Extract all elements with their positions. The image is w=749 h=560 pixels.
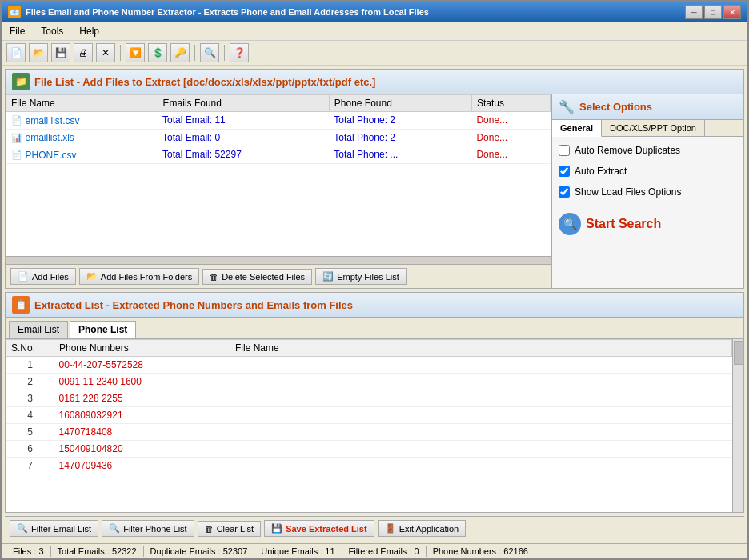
toolbar-print[interactable]: 🖨: [74, 43, 93, 62]
toolbar-separator-3: [224, 45, 225, 61]
table-row[interactable]: 📊 emaillist.xls Total Email: 0 Total Pho…: [6, 129, 551, 146]
horizontal-scrollbar[interactable]: [6, 256, 551, 264]
xls-icon: 📊: [11, 133, 22, 143]
option-auto-remove-duplicates: Auto Remove Duplicates: [559, 145, 737, 156]
table-row[interactable]: 3 0161 228 2255: [6, 390, 732, 407]
tab-email-list[interactable]: Email List: [9, 321, 68, 338]
file-name-cell: 📊 emaillist.xls: [6, 129, 158, 146]
tab-phone-list[interactable]: Phone List: [70, 321, 136, 338]
toolbar-key[interactable]: 🔑: [170, 43, 190, 62]
col-filename: File Name: [6, 95, 158, 112]
auto-extract-checkbox[interactable]: [559, 166, 570, 177]
file-table: File Name Emails Found Phone Found Statu…: [6, 94, 551, 164]
toolbar-new[interactable]: 📄: [6, 43, 26, 62]
search-icon: 🔍: [559, 213, 581, 235]
table-row[interactable]: 📄 email list.csv Total Email: 11 Total P…: [6, 112, 551, 130]
file-icon: 📄 PHONE.csv: [11, 150, 77, 161]
toolbar-help[interactable]: ❓: [230, 43, 249, 62]
file-section-header: 📁 File List - Add Files to Extract [doc/…: [6, 70, 743, 94]
extracted-section-header: 📋 Extracted List - Extracted Phone Numbe…: [6, 293, 743, 318]
toolbar-filter[interactable]: 🔽: [126, 43, 145, 62]
start-search-button[interactable]: 🔍 Start Search: [559, 213, 661, 235]
show-load-files-label: Show Load Files Options: [575, 186, 681, 198]
status-bar: Files : 3 Total Emails : 52322 Duplicate…: [2, 543, 747, 558]
extracted-section: 📋 Extracted List - Extracted Phone Numbe…: [5, 292, 744, 513]
file-name: [230, 424, 732, 441]
save-extracted-button[interactable]: 💾 Save Extracted List: [264, 520, 374, 537]
add-files-button[interactable]: 📄 Add Files: [10, 268, 76, 285]
empty-icon: 🔄: [322, 271, 334, 282]
phone-number: 0161 228 2255: [54, 390, 230, 407]
row-num: 4: [6, 407, 54, 424]
table-row[interactable]: 4 160809032921: [6, 407, 732, 424]
menu-help[interactable]: Help: [74, 24, 104, 38]
vertical-scrollbar[interactable]: [732, 339, 743, 512]
tab-doc-xls-ppt[interactable]: DOC/XLS/PPT Option: [602, 120, 705, 136]
table-row[interactable]: 📄 PHONE.csv Total Email: 52297 Total Pho…: [6, 146, 551, 164]
title-bar: 📧 Files Email and Phone Number Extractor…: [2, 2, 747, 22]
file-icon: 📊 emaillist.xls: [11, 132, 74, 143]
csv-icon: 📄: [11, 150, 22, 160]
phones-found-cell: Total Phone: 2: [329, 129, 471, 146]
filter-email-button[interactable]: 🔍 Filter Email List: [10, 520, 98, 537]
show-load-files-checkbox[interactable]: [559, 186, 570, 198]
file-table-container[interactable]: File Name Emails Found Phone Found Statu…: [6, 94, 551, 256]
window-title: Files Email and Phone Number Extractor -…: [26, 7, 429, 17]
menu-tools[interactable]: Tools: [36, 24, 68, 38]
clear-list-button[interactable]: 🗑 Clear List: [198, 521, 261, 537]
toolbar-separator-1: [120, 45, 121, 61]
tab-general[interactable]: General: [552, 120, 602, 137]
file-name-cell: 📄 email list.csv: [6, 112, 158, 130]
file-section-body: File Name Emails Found Phone Found Statu…: [6, 94, 743, 288]
filter-phone-icon: 🔍: [109, 523, 120, 534]
auto-remove-duplicates-checkbox[interactable]: [559, 145, 570, 156]
scrollbar-thumb[interactable]: [734, 341, 743, 365]
empty-list-button[interactable]: 🔄 Empty Files List: [315, 268, 407, 285]
auto-remove-duplicates-label: Auto Remove Duplicates: [575, 145, 680, 156]
file-name: [230, 458, 732, 474]
table-row[interactable]: 5 1470718408: [6, 424, 732, 441]
row-num: 1: [6, 357, 54, 374]
menu-file[interactable]: File: [5, 24, 30, 38]
add-folders-button[interactable]: 📂 Add Files From Folders: [79, 268, 199, 285]
file-name: [230, 390, 732, 407]
status-filtered-emails: Filtered Emails : 0: [342, 546, 427, 557]
table-row[interactable]: 6 150409104820: [6, 441, 732, 458]
extracted-table: S.No. Phone Numbers File Name 1 00-44-20…: [6, 339, 732, 474]
file-name: [230, 374, 732, 390]
extracted-table-container[interactable]: S.No. Phone Numbers File Name 1 00-44-20…: [6, 339, 732, 512]
toolbar-delete[interactable]: ✕: [96, 43, 115, 62]
table-row[interactable]: 2 0091 11 2340 1600: [6, 374, 732, 390]
toolbar-search[interactable]: 🔍: [200, 43, 219, 62]
status-duplicate-emails: Duplicate Emails : 52307: [144, 546, 255, 557]
emails-found-cell: Total Email: 0: [158, 129, 329, 146]
toolbar-save[interactable]: 💾: [51, 43, 70, 62]
minimize-button[interactable]: ─: [685, 5, 703, 19]
toolbar-open[interactable]: 📂: [29, 43, 48, 62]
exit-button[interactable]: 🚪 Exit Application: [378, 520, 467, 537]
emails-found-cell: Total Email: 52297: [158, 146, 329, 164]
file-section-title: File List - Add Files to Extract [doc/do…: [34, 76, 375, 88]
toolbar-dollar[interactable]: 💲: [148, 43, 167, 62]
row-num: 3: [6, 390, 54, 407]
emails-found-cell: Total Email: 11: [158, 112, 329, 130]
delete-selected-button[interactable]: 🗑 Delete Selected Files: [202, 269, 312, 285]
app-icon: 📧: [8, 6, 21, 18]
maximize-button[interactable]: □: [704, 5, 722, 19]
table-row[interactable]: 1 00-44-207-5572528: [6, 357, 732, 374]
phone-number: 1470709436: [54, 458, 230, 474]
file-name: [230, 441, 732, 458]
phone-number: 1470718408: [54, 424, 230, 441]
filter-phone-button[interactable]: 🔍 Filter Phone List: [102, 520, 194, 537]
table-row[interactable]: 7 1470709436: [6, 458, 732, 474]
status-total-emails: Total Emails : 52322: [51, 546, 144, 557]
filter-email-icon: 🔍: [17, 523, 28, 534]
file-icon: 📄 email list.csv: [11, 115, 80, 126]
exit-icon: 🚪: [385, 523, 396, 534]
phone-number: 00-44-207-5572528: [54, 357, 230, 374]
options-title: Select Options: [579, 101, 652, 113]
status-cell: Done...: [471, 129, 550, 146]
title-bar-left: 📧 Files Email and Phone Number Extractor…: [8, 6, 429, 18]
status-files: Files : 3: [6, 546, 51, 557]
close-button[interactable]: ✕: [723, 5, 741, 19]
